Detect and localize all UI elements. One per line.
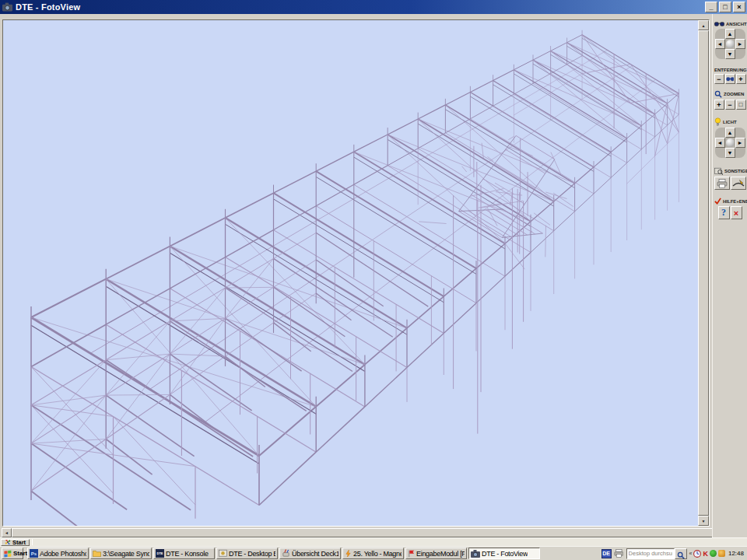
checkmark-icon [714, 198, 721, 205]
taskbar-item-konsole[interactable]: DTE DTE - Konsole [153, 548, 215, 559]
window-title: DTE - FotoView [16, 2, 80, 12]
taskbar-item-label: Adobe Photoshop CS3 E... [40, 550, 86, 558]
light-right-button[interactable]: ► [735, 138, 745, 148]
screen: DTE - FotoView _ □ × ▲ ▼ ◄ ► ANSICHT [0, 0, 747, 560]
scroll-down-icon[interactable]: ▼ [698, 516, 709, 526]
language-indicator[interactable]: DE [601, 549, 612, 558]
vertical-scrollbar[interactable]: ▲ ▼ [698, 20, 709, 526]
app-start-label: Start [12, 539, 26, 546]
hilfe-ende-label: HILFE+ENDE [723, 199, 747, 204]
entfernung-header: ENTFERNUNG [714, 68, 747, 72]
redraw-view-button[interactable] [731, 177, 746, 190]
start-label: Start [13, 550, 27, 557]
hilfe-header: HILFE+ENDE [714, 198, 747, 205]
light-dpad: ▲ ◄ ► ▼ [715, 128, 745, 158]
printer-icon [717, 179, 728, 188]
search-button[interactable] [675, 548, 687, 559]
paint-icon [282, 549, 290, 558]
clock: 12:48 [728, 550, 744, 557]
eye-pencil-icon [732, 179, 745, 187]
titlebar: DTE - FotoView _ □ × [0, 0, 747, 14]
light-up-button[interactable]: ▲ [725, 128, 735, 138]
view-dpad: ▲ ◄ ► ▼ [715, 29, 745, 59]
taskbar-item-label: 25. Yello - Magneto - W... [353, 550, 402, 558]
minimize-button[interactable]: _ [705, 2, 717, 12]
tray-green-icon[interactable] [710, 550, 717, 557]
taskbar-item-explorer[interactable]: 3:\Seagate Sync\SyncRe... [90, 548, 152, 559]
sonstiges-header: SONSTIGES [714, 167, 747, 175]
horizontal-scroll-thumb[interactable] [12, 528, 714, 537]
view-down-button[interactable]: ▼ [725, 49, 735, 59]
taskbar-item-photoshop[interactable]: Ps Adobe Photoshop CS3 E... [27, 548, 89, 559]
taskbar-item-label: EingabeModul [Parkdeck... [416, 550, 465, 558]
entfernung-label: ENTFERNUNG [714, 68, 747, 72]
ansicht-label: ANSICHT [726, 22, 747, 26]
camera-icon [471, 550, 480, 558]
console-icon: DTE [156, 549, 164, 558]
tray-clock-icon[interactable] [693, 550, 701, 558]
start-button[interactable]: Start [2, 548, 23, 559]
close-button[interactable]: × [733, 2, 745, 12]
exit-button[interactable]: × [731, 206, 742, 219]
red-flag-icon [408, 549, 415, 558]
viewport-frame: ▲ ▼ [2, 19, 710, 527]
folder-icon [93, 550, 101, 558]
zoomen-label: ZOOMEN [724, 92, 744, 96]
taskbar-item-eingabemodul[interactable]: EingabeModul [Parkdeck... [405, 548, 467, 559]
taskbar-item-label: DTE - FotoView [482, 550, 528, 558]
system-tray: « K 12:48 [689, 550, 744, 558]
zoom-out-button[interactable]: − [725, 100, 735, 110]
desktop-search-input[interactable] [626, 548, 675, 559]
taskbar-item-dte-desktop[interactable]: DTE - Desktop Engineeri... [216, 548, 278, 559]
tool-sidebar: ANSICHT ▲ ◄ ► ▼ ENTFERNUNG − + [712, 14, 747, 537]
view-right-button[interactable]: ► [735, 39, 745, 49]
light-down-button[interactable]: ▼ [725, 148, 735, 158]
ansicht-header: ANSICHT [714, 21, 747, 27]
toolbar-divider [32, 539, 33, 545]
light-trackball[interactable] [726, 138, 735, 147]
lightning-icon [345, 549, 352, 558]
tray-k-icon[interactable]: K [703, 550, 708, 558]
inspect-icon [714, 167, 723, 175]
taskbar-item-label: 3:\Seagate Sync\SyncRe... [103, 550, 149, 558]
lightbulb-icon [714, 117, 721, 126]
taskbar-item-label: DTE - Konsole [166, 550, 209, 558]
distance-fit-button[interactable] [725, 74, 735, 84]
distance-plus-button[interactable]: + [736, 74, 746, 84]
scroll-left-icon[interactable]: ◄ [2, 528, 12, 537]
vertical-scroll-thumb[interactable] [698, 30, 709, 516]
tray-expand-icon[interactable]: « [689, 551, 693, 556]
tray-orange-icon[interactable] [718, 550, 725, 557]
taskbar-item-media-player[interactable]: 25. Yello - Magneto - W... [342, 548, 404, 559]
binoculars-icon [726, 76, 735, 82]
sonstiges-label: SONSTIGES [724, 169, 747, 173]
view-left-button[interactable]: ◄ [715, 39, 725, 49]
view-up-button[interactable]: ▲ [725, 29, 735, 39]
taskbar-item-label: Übersicht Deck1 - Paint [292, 550, 338, 558]
app-start-button[interactable]: Start [1, 539, 30, 546]
horizontal-scrollbar[interactable]: ◄ ► [2, 528, 724, 537]
zoom-in-button[interactable]: + [714, 100, 724, 110]
distance-minus-button[interactable]: − [714, 74, 724, 84]
zoom-window-button[interactable]: □ [736, 100, 746, 110]
print-button[interactable] [714, 177, 730, 190]
model-canvas[interactable] [3, 20, 698, 526]
pinwheel-icon [5, 539, 11, 545]
search-icon [677, 550, 685, 558]
desktop-search [626, 548, 687, 559]
taskbar: Start Ps Adobe Photoshop CS3 E... 3:\Sea… [0, 546, 747, 560]
taskbar-item-fotoview[interactable]: DTE - FotoView [468, 548, 540, 559]
app-camera-icon [2, 2, 12, 12]
tray-printer-icon[interactable] [614, 549, 624, 558]
licht-label: LICHT [723, 120, 737, 124]
view-trackball[interactable] [726, 40, 735, 48]
help-button[interactable]: ? [718, 206, 730, 219]
licht-header: LICHT [714, 117, 737, 126]
light-left-button[interactable]: ◄ [715, 138, 725, 148]
glasses-icon [714, 21, 724, 27]
taskbar-item-paint[interactable]: Übersicht Deck1 - Paint [279, 548, 341, 559]
magnifier-icon [714, 90, 722, 98]
scroll-up-icon[interactable]: ▲ [698, 20, 709, 30]
windows-flag-icon [4, 550, 12, 558]
maximize-button[interactable]: □ [719, 2, 731, 12]
